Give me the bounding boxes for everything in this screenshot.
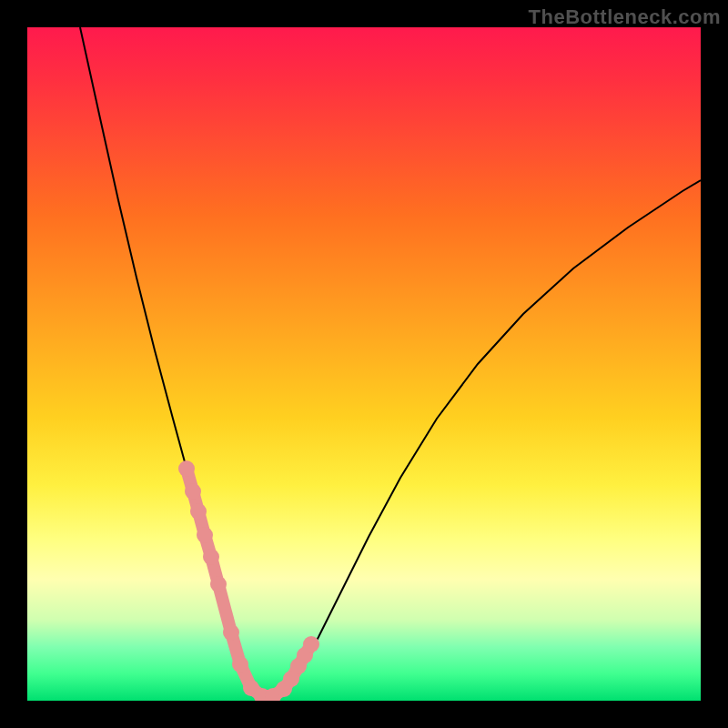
chart-container: TheBottleneck.com <box>0 0 728 728</box>
curve-markers <box>178 460 319 701</box>
marker-dot <box>232 656 248 672</box>
marker-dot <box>223 624 239 641</box>
watermark-text: TheBottleneck.com <box>529 5 721 29</box>
marker-dot <box>197 527 213 543</box>
marker-dot <box>190 503 207 520</box>
curve-line <box>80 27 701 696</box>
chart-svg <box>27 27 701 701</box>
marker-dot <box>210 576 227 592</box>
marker-dot <box>203 549 219 565</box>
marker-dot <box>303 636 319 652</box>
marker-dot <box>178 460 195 477</box>
plot-area <box>27 27 701 701</box>
marker-dot <box>185 483 201 500</box>
